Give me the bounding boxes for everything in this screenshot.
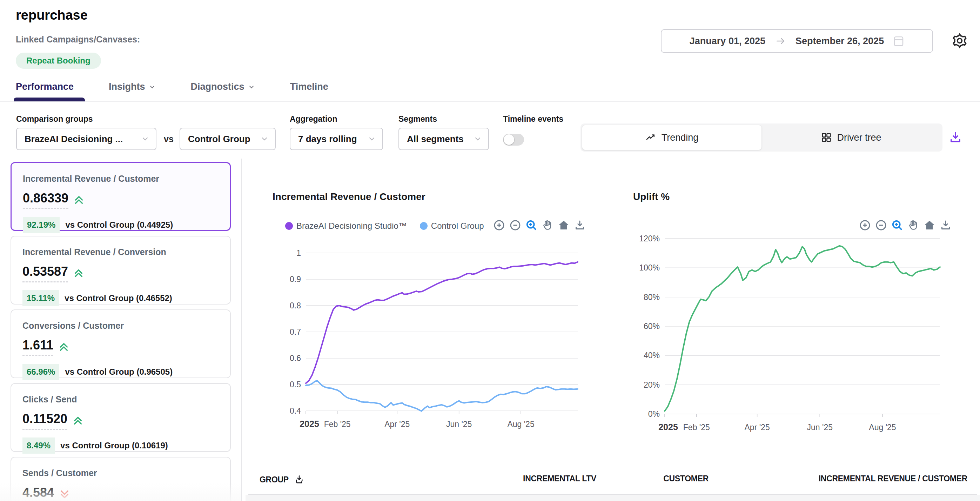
vs-control-text: vs Control Group (0.44925) xyxy=(65,220,173,230)
legend-item-control[interactable]: Control Group xyxy=(420,221,484,231)
column-header-incremental-ltv[interactable]: INCREMENTAL LTV xyxy=(523,474,596,484)
tab-bar: Performance Insights Diagnostics Timelin… xyxy=(16,81,328,92)
zoom-select-icon[interactable] xyxy=(525,219,538,232)
vs-control-text: vs Control Group (0.10619) xyxy=(60,441,168,450)
column-header-customer[interactable]: CUSTOMER xyxy=(635,474,708,484)
vs-control-text: vs Control Group (0.46552) xyxy=(65,293,172,303)
linked-campaign-badge[interactable]: Repeat Booking xyxy=(16,52,101,69)
chart-title: Incremental Revenue / Customer xyxy=(271,191,587,202)
metric-card-sends-customer[interactable]: Sends / Customer 4.584 xyxy=(11,457,231,501)
trend-up-double-chevron-icon xyxy=(73,194,84,205)
date-start[interactable]: January 01, 2025 xyxy=(690,36,765,47)
svg-text:0.4: 0.4 xyxy=(290,406,301,415)
svg-text:Feb '25: Feb '25 xyxy=(683,423,710,432)
metric-card-incremental-revenue-conversion[interactable]: Incremental Revenue / Conversion 0.53587… xyxy=(11,236,231,305)
arrow-right-icon xyxy=(775,35,786,47)
zoom-out-icon[interactable] xyxy=(509,219,522,232)
uplift-pct-badge: 92.19% xyxy=(23,217,60,233)
zoom-in-icon[interactable] xyxy=(492,219,506,232)
main-content: Incremental Revenue / Customer BrazeAI D… xyxy=(245,158,980,501)
metric-title: Incremental Revenue / Customer xyxy=(23,174,218,184)
timeline-events-toggle[interactable] xyxy=(503,134,524,146)
date-end[interactable]: September 26, 2025 xyxy=(795,36,884,47)
metric-value[interactable]: 0.11520 xyxy=(22,412,67,430)
chevron-down-icon xyxy=(149,84,156,91)
linked-campaigns-label: Linked Campaigns/Canvases: xyxy=(16,34,140,45)
calendar-icon xyxy=(893,35,904,48)
driver-tree-grid-icon xyxy=(821,132,832,143)
svg-text:1: 1 xyxy=(296,248,301,258)
tab-timeline[interactable]: Timeline xyxy=(290,81,328,92)
chart-incremental-revenue-customer: Incremental Revenue / Customer BrazeAI D… xyxy=(271,191,587,202)
line-chart-plot[interactable]: 0%20%40%60%80%100%120%2025Feb '25Apr '25… xyxy=(633,228,963,445)
metric-title: Sends / Customer xyxy=(22,468,219,478)
timeline-events-label: Timeline events xyxy=(503,115,563,124)
svg-text:120%: 120% xyxy=(639,234,660,243)
date-range-picker[interactable]: January 01, 2025 September 26, 2025 xyxy=(661,29,933,53)
chart-toolbar xyxy=(492,219,587,232)
aggregation-label: Aggregation xyxy=(290,115,337,124)
table-first-row-partial xyxy=(245,495,980,501)
export-download-icon[interactable] xyxy=(947,129,964,146)
svg-text:0%: 0% xyxy=(648,409,660,418)
chart-download-icon[interactable] xyxy=(573,219,587,232)
legend-dot xyxy=(285,222,293,230)
metric-value[interactable]: 0.53587 xyxy=(22,264,68,282)
svg-text:0.9: 0.9 xyxy=(290,275,301,284)
table-download-icon[interactable] xyxy=(294,474,305,485)
chevron-down-icon xyxy=(248,84,255,91)
line-chart-plot[interactable]: 0.40.50.60.70.80.912025Feb '25Apr '25Jun… xyxy=(271,236,604,443)
metric-value[interactable]: 1.611 xyxy=(22,338,53,356)
reset-home-icon[interactable] xyxy=(557,219,570,232)
svg-text:0.8: 0.8 xyxy=(290,301,301,310)
chevron-down-icon xyxy=(469,135,482,143)
segments-select[interactable]: All segments xyxy=(398,128,489,150)
svg-text:0.5: 0.5 xyxy=(290,380,301,389)
metric-card-clicks-send[interactable]: Clicks / Send 0.11520 8.49% vs Control G… xyxy=(11,383,231,452)
chevron-down-icon xyxy=(136,135,150,143)
svg-text:Aug '25: Aug '25 xyxy=(507,420,534,429)
metric-value[interactable]: 4.584 xyxy=(22,485,54,501)
trending-view-button[interactable]: Trending xyxy=(582,125,762,150)
trending-line-icon xyxy=(645,132,657,143)
trend-up-double-chevron-icon xyxy=(72,415,83,426)
chart-title: Uplift % xyxy=(633,191,956,202)
metric-title: Conversions / Customer xyxy=(22,321,219,331)
metric-card-incremental-revenue-customer[interactable]: Incremental Revenue / Customer 0.86339 9… xyxy=(11,162,231,231)
comparison-group-b-select[interactable]: Control Group xyxy=(180,128,276,150)
legend-item-braze[interactable]: BrazeAI Decisioning Studio™ xyxy=(285,221,407,231)
svg-text:Jun '25: Jun '25 xyxy=(807,423,833,432)
tab-diagnostics[interactable]: Diagnostics xyxy=(191,81,255,92)
tab-insights[interactable]: Insights xyxy=(109,81,156,92)
tab-performance[interactable]: Performance xyxy=(16,81,74,92)
metric-title: Incremental Revenue / Conversion xyxy=(22,247,219,257)
settings-gear-icon[interactable] xyxy=(950,31,969,51)
uplift-pct-badge: 66.96% xyxy=(22,364,59,380)
svg-text:2025: 2025 xyxy=(299,419,319,429)
driver-tree-view-button[interactable]: Driver tree xyxy=(762,125,941,150)
vs-control-text: vs Control Group (0.96505) xyxy=(65,367,173,377)
toggle-knob xyxy=(504,134,514,145)
svg-text:60%: 60% xyxy=(644,322,660,331)
column-header-incremental-revenue-customer[interactable]: INCREMENTAL REVENUE / CUSTOMER xyxy=(803,474,967,484)
chart-legend: BrazeAI Decisioning Studio™ Control Grou… xyxy=(285,221,484,231)
svg-text:Apr '25: Apr '25 xyxy=(384,420,410,429)
comparison-groups-label: Comparison groups xyxy=(16,115,93,124)
svg-text:Aug '25: Aug '25 xyxy=(869,423,896,432)
legend-dot xyxy=(420,222,428,230)
view-mode-switch: Trending Driver tree xyxy=(581,124,942,151)
metric-value[interactable]: 0.86339 xyxy=(23,191,68,209)
uplift-pct-badge: 15.11% xyxy=(22,290,59,306)
metric-card-conversions-customer[interactable]: Conversions / Customer 1.611 66.96% vs C… xyxy=(11,309,231,378)
aggregation-select[interactable]: 7 days rolling xyxy=(290,128,383,150)
column-header-group[interactable]: GROUP xyxy=(259,474,305,485)
uplift-pct-badge: 8.49% xyxy=(22,437,55,453)
svg-text:0.6: 0.6 xyxy=(290,354,301,363)
svg-text:80%: 80% xyxy=(644,293,660,302)
svg-text:2025: 2025 xyxy=(659,422,678,432)
pan-hand-icon[interactable] xyxy=(541,219,554,232)
chevron-down-icon xyxy=(255,135,269,143)
page-title: repurchase xyxy=(16,8,88,23)
svg-text:100%: 100% xyxy=(639,263,660,272)
comparison-group-a-select[interactable]: BrazeAI Decisioning ... xyxy=(16,128,156,150)
